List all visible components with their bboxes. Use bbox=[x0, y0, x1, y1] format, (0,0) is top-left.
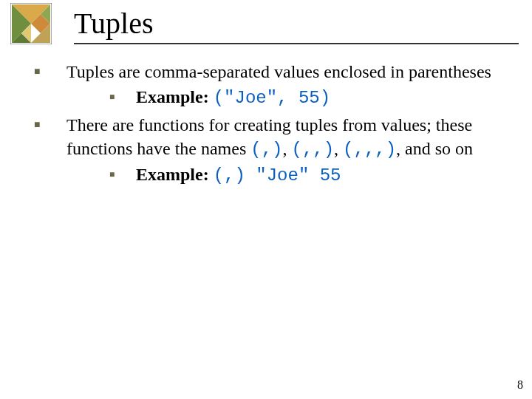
sub-bullet-item: ■ Example: (,) "Joe" 55 bbox=[105, 163, 510, 188]
bullet-marker-icon: ■ bbox=[105, 86, 136, 108]
code-snippet: (,,) bbox=[291, 140, 334, 160]
bullet-text: Tuples are comma-separated values enclos… bbox=[66, 61, 510, 111]
slide-body: ■ Tuples are comma-separated values encl… bbox=[30, 61, 510, 188]
code-snippet: (,) "Joe" 55 bbox=[214, 166, 341, 185]
title-rule bbox=[74, 43, 519, 44]
sub-bullet-item: ■ Example: ("Joe", 55) bbox=[105, 86, 510, 110]
sub-bullet-text: Example: (,) "Joe" 55 bbox=[136, 163, 510, 188]
bullet-marker-icon: ■ bbox=[30, 61, 66, 83]
bullet-a-text: Tuples are comma-separated values enclos… bbox=[66, 62, 491, 81]
page-number: 8 bbox=[517, 378, 523, 392]
bullet-b-tail: , and so on bbox=[396, 139, 473, 158]
bullet-item: ■ Tuples are comma-separated values encl… bbox=[30, 61, 510, 111]
tangram-logo-icon bbox=[10, 3, 52, 44]
example-label: Example: bbox=[136, 165, 209, 184]
bullet-marker-icon: ■ bbox=[30, 114, 66, 136]
sep: , bbox=[282, 139, 291, 158]
example-label: Example: bbox=[136, 87, 209, 106]
code-snippet: (,) bbox=[250, 140, 282, 160]
slide-title: Tuples bbox=[74, 7, 532, 41]
sep: , bbox=[334, 139, 343, 158]
slide-header: Tuples bbox=[0, 0, 532, 44]
bullet-marker-icon: ■ bbox=[105, 163, 136, 185]
bullet-text: There are functions for creating tuples … bbox=[66, 114, 510, 188]
code-snippet: (,,,) bbox=[343, 140, 396, 160]
sub-bullet-text: Example: ("Joe", 55) bbox=[136, 86, 510, 110]
bullet-item: ■ There are functions for creating tuple… bbox=[30, 114, 510, 188]
code-snippet: ("Joe", 55) bbox=[214, 88, 330, 108]
